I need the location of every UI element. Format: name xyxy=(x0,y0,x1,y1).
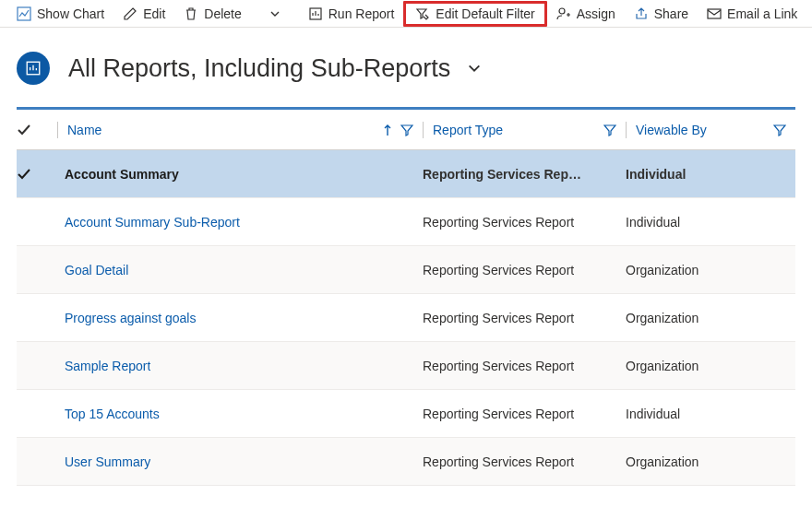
page-title-text: All Reports, Including Sub-Reports xyxy=(68,54,450,83)
report-type-cell: Reporting Services Report xyxy=(423,407,574,421)
column-separator xyxy=(423,122,424,138)
chevron-down-icon xyxy=(268,6,282,21)
report-name-link[interactable]: Top 15 Accounts xyxy=(57,407,160,421)
email-link-button[interactable]: Email a Link xyxy=(698,1,806,27)
table-row[interactable]: Top 15 AccountsReporting Services Report… xyxy=(17,390,795,438)
show-chart-button[interactable]: Show Chart xyxy=(7,1,113,27)
svg-rect-3 xyxy=(708,9,721,18)
column-header-view[interactable]: Viewable By xyxy=(636,123,707,137)
table-row[interactable]: User SummaryReporting Services ReportOrg… xyxy=(17,438,795,486)
filter-icon[interactable] xyxy=(773,124,786,136)
filter-icon[interactable] xyxy=(603,124,616,136)
share-button[interactable]: Share xyxy=(625,1,698,27)
edit-default-filter-button[interactable]: Edit Default Filter xyxy=(403,1,546,27)
table-row[interactable]: Sample ReportReporting Services ReportOr… xyxy=(17,342,795,390)
page-header: All Reports, Including Sub-Reports xyxy=(0,28,812,107)
pencil-icon xyxy=(123,6,137,21)
grid-header: Name Report Type Viewable By xyxy=(17,110,795,150)
svg-point-2 xyxy=(559,8,565,14)
report-type-cell: Reporting Services Report xyxy=(423,311,574,325)
share-label: Share xyxy=(654,6,688,21)
report-type-cell: Reporting Services Report xyxy=(423,454,574,469)
viewable-by-cell: Individual xyxy=(626,167,686,182)
view-selector[interactable]: All Reports, Including Sub-Reports xyxy=(68,54,482,83)
assign-button[interactable]: Assign xyxy=(547,1,625,27)
table-row[interactable]: Account Summary Sub-ReportReporting Serv… xyxy=(17,198,795,246)
share-icon xyxy=(634,6,649,21)
column-header-type[interactable]: Report Type xyxy=(433,123,503,137)
trash-icon xyxy=(184,6,198,21)
edit-button[interactable]: Edit xyxy=(113,1,174,27)
viewable-by-cell: Organization xyxy=(626,359,699,373)
assign-label: Assign xyxy=(577,6,615,21)
viewable-by-cell: Individual xyxy=(626,215,680,230)
edit-default-filter-label: Edit Default Filter xyxy=(436,6,534,21)
row-checkbox[interactable] xyxy=(17,167,57,182)
report-type-cell: Reporting Services Report xyxy=(423,215,574,230)
command-bar: Show Chart Edit Delete Run Report xyxy=(0,0,812,28)
chart-icon xyxy=(17,6,31,21)
report-type-cell: Reporting Services Report xyxy=(423,359,574,373)
assign-icon xyxy=(556,6,571,21)
select-all-checkbox[interactable] xyxy=(17,123,57,137)
report-type-cell: Reporting Services Rep… xyxy=(423,167,581,182)
report-icon xyxy=(308,6,323,21)
run-report-label: Run Report xyxy=(328,6,395,21)
show-chart-label: Show Chart xyxy=(37,6,104,21)
delete-label: Delete xyxy=(204,6,241,21)
report-name-link[interactable]: Progress against goals xyxy=(57,311,196,325)
filter-edit-icon xyxy=(415,6,430,21)
column-separator xyxy=(626,122,627,138)
report-name-link[interactable]: Account Summary xyxy=(57,167,179,182)
delete-button[interactable]: Delete xyxy=(174,1,250,27)
column-separator xyxy=(57,122,58,138)
table-row[interactable]: Account SummaryReporting Services Rep…In… xyxy=(17,150,795,198)
report-name-link[interactable]: Account Summary Sub-Report xyxy=(57,215,240,230)
viewable-by-cell: Individual xyxy=(626,407,680,421)
svg-rect-0 xyxy=(18,7,30,20)
chevron-down-icon xyxy=(467,61,482,76)
grid-body: Account SummaryReporting Services Rep…In… xyxy=(17,150,795,486)
viewable-by-cell: Organization xyxy=(626,263,699,277)
report-type-cell: Reporting Services Report xyxy=(423,263,574,277)
column-header-name[interactable]: Name xyxy=(67,123,102,137)
run-report-button[interactable]: Run Report xyxy=(299,1,404,27)
viewable-by-cell: Organization xyxy=(626,311,699,325)
report-name-link[interactable]: User Summary xyxy=(57,454,150,469)
grid: Name Report Type Viewable By xyxy=(17,107,795,486)
overflow-button[interactable] xyxy=(258,1,292,27)
sort-asc-icon[interactable] xyxy=(382,124,393,136)
filter-icon[interactable] xyxy=(400,124,413,136)
report-name-link[interactable]: Goal Detail xyxy=(57,263,128,277)
edit-label: Edit xyxy=(143,6,165,21)
table-row[interactable]: Goal DetailReporting Services ReportOrga… xyxy=(17,246,795,294)
viewable-by-cell: Organization xyxy=(626,454,699,469)
mail-icon xyxy=(707,6,722,21)
table-row[interactable]: Progress against goalsReporting Services… xyxy=(17,294,795,342)
entity-icon xyxy=(17,52,50,85)
report-name-link[interactable]: Sample Report xyxy=(57,359,150,373)
email-link-label: Email a Link xyxy=(727,6,797,21)
